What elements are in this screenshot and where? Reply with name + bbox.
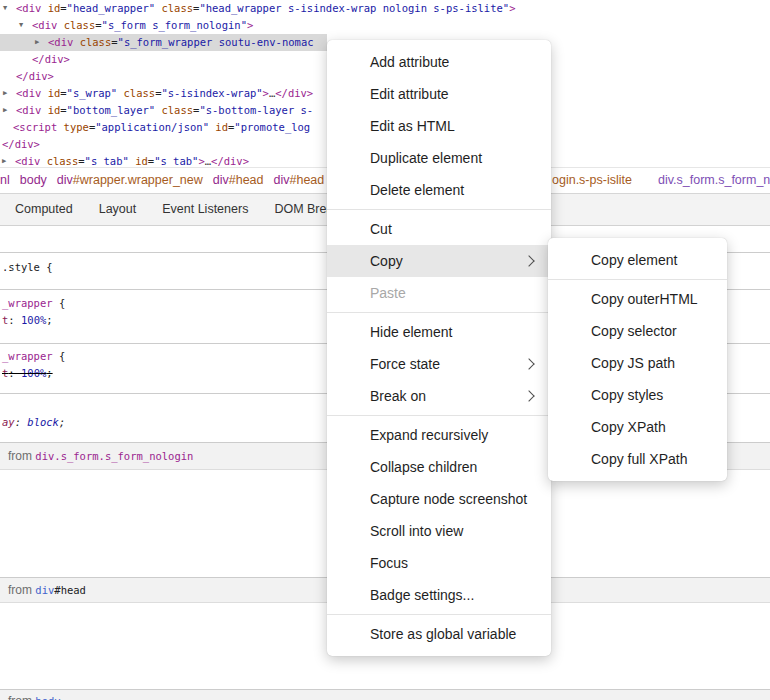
dom-node-text[interactable]: </div> [32,51,70,68]
menu-separator [548,279,727,280]
twisty-collapsed-icon[interactable]: ▶ [3,102,7,119]
syntax-token: "s-isindex-wrap" [161,87,262,99]
syntax-token: class [124,87,156,99]
twisty-expanded-icon[interactable]: ▼ [19,17,23,34]
menu-item-edit-as-html[interactable]: Edit as HTML [327,110,551,142]
twisty-collapsed-icon[interactable]: ▶ [35,34,39,51]
menu-separator [327,415,551,416]
breadcrumb-item-selected[interactable]: div.s_form.s_form_nolog [658,168,770,193]
menu-item-copy-xpath[interactable]: Copy XPath [548,411,727,443]
devtools-elements-panel: ▼<div id="head_wrapper" class="head_wrap… [0,0,770,700]
menu-item-label: Badge settings... [370,587,474,603]
syntax-token: "application/json" [95,121,209,133]
menu-item-badge-settings[interactable]: Badge settings... [327,579,551,611]
menu-item-label: Expand recursively [370,427,488,443]
dom-tree-row[interactable]: ▼<div id="head_wrapper" class="head_wrap… [0,0,770,17]
dom-node-text[interactable]: <div id="s_wrap" class="s-isindex-wrap">… [16,85,313,102]
breadcrumb-item[interactable]: nl [0,168,10,193]
dom-node-text[interactable]: </div> [2,136,40,153]
node-link[interactable]: body [35,695,60,700]
breadcrumb-left-group: nlbodydiv#wrapper.wrapper_newdiv#headdiv… [0,168,334,193]
syntax-token: </div> [32,53,70,65]
dom-node-text[interactable]: <div id="head_wrapper" class="head_wrapp… [16,0,515,17]
menu-item-copy-styles[interactable]: Copy styles [548,379,727,411]
menu-item-collapse-children[interactable]: Collapse children [327,451,551,483]
menu-item-label: Cut [370,221,392,237]
node-link[interactable]: div.s_form.s_form_nologin [35,450,193,462]
syntax-token: <div [15,155,40,167]
syntax-token: ay [2,416,15,428]
syntax-token: "head_wrapper s-isindex-wrap nologin s-p… [199,2,509,14]
menu-item-store-as-global-variable[interactable]: Store as global variable [327,618,551,650]
menu-item-label: Copy JS path [591,355,675,371]
tab-computed[interactable]: Computed [15,194,73,225]
syntax-token: <div [16,104,41,116]
breadcrumb-item[interactable]: div#head [274,168,325,193]
syntax-token: div [274,173,290,187]
menu-item-break-on[interactable]: Break on [327,380,551,412]
inherited-from-label: from [8,583,35,597]
menu-separator [327,614,551,615]
syntax-token: div [213,173,229,187]
menu-item-label: Copy outerHTML [591,291,698,307]
menu-item-copy-outerhtml[interactable]: Copy outerHTML [548,283,727,315]
twisty-collapsed-icon[interactable]: ▶ [3,85,7,102]
menu-item-copy-full-xpath[interactable]: Copy full XPath [548,443,727,475]
syntax-token: "s_form s_form_nologin" [102,19,247,31]
breadcrumb-item[interactable]: body [20,168,47,193]
syntax-token: block [27,416,59,428]
dom-node-text[interactable]: <div class="s_form_wrapper soutu-env-nom… [48,34,314,51]
dom-node-text[interactable]: <script type="application/json" id="prom… [13,119,310,136]
syntax-token: </div> [211,155,249,167]
syntax-token: #head [229,173,264,187]
syntax-token: _wrapper [2,350,53,362]
menu-item-edit-attribute[interactable]: Edit attribute [327,78,551,110]
menu-item-label: Copy [370,253,403,269]
syntax-token: > [247,19,253,31]
menu-item-label: Scroll into view [370,523,463,539]
menu-item-copy[interactable]: Copy [327,245,551,277]
dom-node-text[interactable]: </div> [16,68,54,85]
menu-item-duplicate-element[interactable]: Duplicate element [327,142,551,174]
breadcrumb-item[interactable]: div#wrapper.wrapper_new [57,168,203,193]
syntax-token: > [509,2,515,14]
menu-item-add-attribute[interactable]: Add attribute [327,46,551,78]
menu-item-copy-js-path[interactable]: Copy JS path [548,347,727,379]
menu-item-cut[interactable]: Cut [327,213,551,245]
syntax-token: body [35,695,60,700]
menu-item-capture-node-screenshot[interactable]: Capture node screenshot [327,483,551,515]
menu-item-paste[interactable]: Paste [327,277,551,309]
syntax-token: "s-bottom-layer s- [199,104,313,116]
syntax-token: div [35,584,54,596]
dom-node-text[interactable]: <div id="bottom_layer" class="s-bottom-l… [16,102,313,119]
menu-item-label: Copy styles [591,387,663,403]
menu-item-label: Add attribute [370,54,449,70]
menu-item-label: Paste [370,285,406,301]
node-link[interactable]: div#head [35,584,86,596]
syntax-token: "s_wrap" [67,87,118,99]
syntax-token: class [47,155,79,167]
menu-item-copy-selector[interactable]: Copy selector [548,315,727,347]
menu-item-label: Edit attribute [370,86,449,102]
tab-event-listeners[interactable]: Event Listeners [162,194,248,225]
menu-item-scroll-into-view[interactable]: Scroll into view [327,515,551,547]
syntax-token: id [135,155,148,167]
menu-item-force-state[interactable]: Force state [327,348,551,380]
tab-layout[interactable]: Layout [99,194,137,225]
inherited-from-header: from body [0,690,770,700]
menu-item-copy-element[interactable]: Copy element [548,244,727,276]
menu-item-delete-element[interactable]: Delete element [327,174,551,206]
menu-item-expand-recursively[interactable]: Expand recursively [327,419,551,451]
dom-node-text[interactable]: <div class="s_form s_form_nologin"> [32,17,253,34]
menu-item-focus[interactable]: Focus [327,547,551,579]
copy-submenu: Copy elementCopy outerHTMLCopy selectorC… [548,238,727,481]
inherited-from-label: from [8,694,35,700]
breadcrumb-item-fragment[interactable]: ogin.s-ps-islite [552,168,632,193]
menu-item-label: Hide element [370,324,453,340]
syntax-token: div.s_form.s_form_nolog [658,173,770,187]
dom-tree-row[interactable]: ▼<div class="s_form s_form_nologin"> [0,17,770,34]
menu-item-hide-element[interactable]: Hide element [327,316,551,348]
breadcrumb-item[interactable]: div#head [213,168,264,193]
twisty-expanded-icon[interactable]: ▼ [3,0,7,17]
chevron-right-icon [523,358,534,369]
